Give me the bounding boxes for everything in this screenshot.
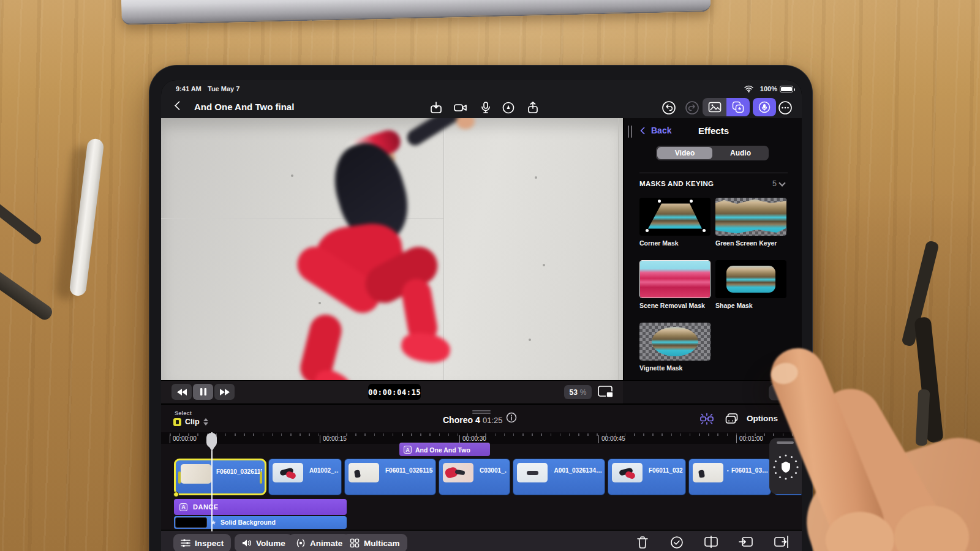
- inspect-button[interactable]: Inspect: [173, 534, 231, 551]
- effects-button[interactable]: [726, 98, 750, 116]
- device-edge-top: [121, 0, 710, 25]
- solid-background-track[interactable]: ★ Solid Background: [174, 516, 347, 529]
- shape-mask-thumbnail: [715, 260, 786, 298]
- clip-thumbnail: [693, 463, 723, 482]
- effect-green-screen-keyer[interactable]: Green Screen Keyer: [715, 198, 786, 247]
- timeline-clip[interactable]: A01002_…: [268, 459, 342, 495]
- effects-panel: Back Effects Video Audio MASKS AND KEYIN…: [623, 118, 802, 380]
- pencil-tool-icon[interactable]: [500, 100, 516, 116]
- video-audio-segmented: Video Audio: [656, 146, 769, 160]
- clip-thumbnail: [443, 463, 473, 482]
- clip-thumbnail: [517, 463, 548, 482]
- green-screen-keyer-thumbnail: [715, 198, 786, 236]
- chevron-down-icon: [778, 179, 785, 186]
- mic-icon[interactable]: [478, 100, 494, 116]
- effect-shape-mask[interactable]: Shape Mask: [715, 260, 786, 309]
- approve-icon[interactable]: [670, 536, 684, 549]
- app-screen: 9:41 AM Tue May 7 100% And One And Two f…: [161, 80, 802, 551]
- append-clip-icon[interactable]: [774, 536, 787, 549]
- masks-section-title: MASKS AND KEYING: [639, 180, 714, 187]
- volume-button[interactable]: Volume: [235, 534, 293, 551]
- zoom-level[interactable]: 53 %: [564, 385, 592, 399]
- masks-section-count[interactable]: 5: [772, 179, 785, 188]
- import-icon[interactable]: [428, 100, 444, 116]
- vignette-mask-thumbnail: [639, 323, 710, 361]
- battery-percent: 100%: [759, 85, 777, 92]
- back-icon[interactable]: [175, 101, 184, 111]
- effect-vignette-mask[interactable]: Vignette Mask: [639, 323, 710, 372]
- connected-title-clip[interactable]: A And One And Two: [399, 443, 490, 456]
- video-preview[interactable]: [161, 118, 623, 380]
- split-clip-icon[interactable]: [704, 536, 717, 549]
- jog-grip: [777, 441, 794, 444]
- multicam-button[interactable]: Multicam: [342, 534, 407, 551]
- timeline-clip[interactable]: F06011_03261153_…: [344, 459, 436, 495]
- timeline-grab-handle[interactable]: [472, 410, 491, 411]
- connect-clips-icon[interactable]: [699, 412, 715, 425]
- clip-a-badge: A: [404, 446, 412, 454]
- insert-clip-icon[interactable]: [739, 536, 752, 549]
- toolbar-divider: [230, 536, 230, 550]
- project-title: And One And Two final: [194, 102, 294, 112]
- timeline: Select Clip Choreo 4 01:25: [161, 403, 802, 551]
- scene-removal-thumbnail: [639, 260, 710, 298]
- delete-icon[interactable]: [636, 536, 650, 549]
- timeline-clip[interactable]: F06011_032…: [608, 459, 686, 495]
- jog-wheel-panel[interactable]: [769, 438, 802, 494]
- effects-panel-footer: [623, 380, 802, 403]
- effect-corner-mask[interactable]: Corner Mask: [639, 198, 710, 247]
- tab-video[interactable]: Video: [657, 147, 712, 159]
- desk-tool-left-1: [0, 200, 43, 246]
- share-icon[interactable]: [525, 100, 541, 116]
- timeline-grab-handle[interactable]: [472, 413, 491, 414]
- timeline-clip[interactable]: A001_0326134…: [513, 459, 605, 495]
- effect-scene-removal-mask[interactable]: Scene Removal Mask: [639, 260, 710, 309]
- tab-audio[interactable]: Audio: [712, 146, 769, 160]
- ruler-label: 00:01:00: [736, 435, 763, 443]
- timeline-clip-selected[interactable]: F06010_03261118: [174, 459, 266, 495]
- select-label: Select: [175, 410, 192, 416]
- pause-button[interactable]: [193, 384, 213, 400]
- timeline-clip[interactable]: F06011_03…: [688, 459, 771, 495]
- wifi-icon: [744, 85, 753, 92]
- clip-thumbnail: [181, 464, 211, 484]
- status-time: 9:41 AM: [176, 85, 202, 92]
- clip-thumbnail: [612, 463, 643, 482]
- title-bar: And One And Two final: [161, 97, 802, 118]
- clip-thumbnail: [273, 463, 303, 482]
- dance-audio-track[interactable]: A DANCE: [174, 499, 347, 515]
- rewind-button[interactable]: [172, 384, 192, 400]
- battery-icon: [780, 86, 793, 92]
- panel-footer-button[interactable]: [769, 384, 797, 400]
- media-browser-button[interactable]: [703, 98, 726, 116]
- playhead-handle[interactable]: [206, 433, 217, 448]
- timeline-project-duration: 01:25: [483, 416, 503, 425]
- fast-forward-button[interactable]: [214, 384, 235, 400]
- animate-button[interactable]: Animate: [288, 534, 350, 551]
- clip-mode-selector[interactable]: Clip: [173, 418, 208, 426]
- timeline-clip[interactable]: C03001_…: [439, 459, 510, 495]
- ruler-label: 00:00:00: [170, 435, 197, 443]
- redo-icon[interactable]: [684, 100, 700, 116]
- status-bar: 9:41 AM Tue May 7 100%: [161, 80, 802, 97]
- status-date: Tue May 7: [208, 85, 239, 92]
- clip-a-badge: A: [179, 503, 187, 511]
- trim-handle-left[interactable]: [178, 471, 181, 484]
- display-output-icon[interactable]: [597, 384, 614, 399]
- effects-panel-title: Effects: [624, 126, 802, 136]
- chevron-up-down-icon: [203, 418, 208, 425]
- info-icon[interactable]: [506, 412, 517, 423]
- trim-handle-right[interactable]: [260, 471, 262, 484]
- camera-icon[interactable]: [453, 100, 469, 116]
- overlay-clips-icon[interactable]: [725, 412, 739, 425]
- selection-dot: [173, 492, 179, 497]
- more-icon[interactable]: [777, 100, 793, 116]
- voiceover-button[interactable]: [753, 98, 776, 116]
- options-button[interactable]: Options: [747, 414, 778, 423]
- ruler-label: 00:00:45: [598, 435, 625, 443]
- background-thumbnail: [175, 517, 207, 528]
- timecode-display: 00:00:04:15: [368, 384, 421, 400]
- divider: [639, 173, 788, 173]
- jog-dial-icon[interactable]: [772, 454, 799, 481]
- undo-icon[interactable]: [661, 100, 677, 116]
